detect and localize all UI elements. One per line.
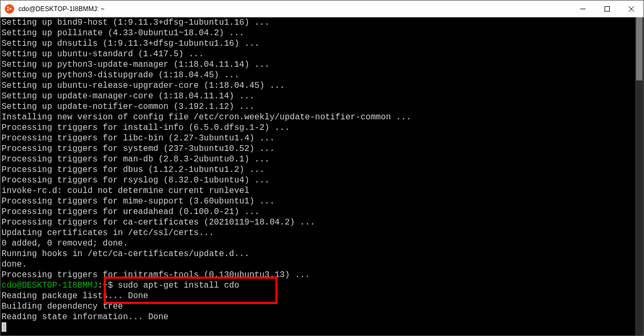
ubuntu-icon: [5, 4, 14, 14]
prompt-user-host: cdo@DESKTOP-1I8BMMJ: [2, 281, 97, 290]
terminal-line: Setting up dnsutils (1:9.11.3+dfsg-1ubun…: [2, 38, 635, 49]
scrollbar[interactable]: [635, 17, 643, 335]
prompt-sep: :: [97, 281, 103, 290]
titlebar[interactable]: cdo@DESKTOP-1I8BMMJ: ~: [1, 1, 643, 17]
terminal-line: Processing triggers for systemd (237-3ub…: [2, 144, 635, 154]
minimize-button[interactable]: [571, 1, 595, 17]
terminal-line: Processing triggers for rsyslog (8.32.0-…: [2, 175, 635, 186]
terminal-line: Setting up update-manager-core (1:18.04.…: [2, 91, 635, 101]
prompt-line[interactable]: cdo@DESKTOP-1I8BMMJ:~$ sudo apt-get inst…: [2, 280, 635, 291]
prompt-cwd: ~: [103, 281, 108, 290]
cursor-line[interactable]: [2, 322, 635, 333]
terminal-line: Installing new version of config file /e…: [2, 112, 635, 123]
terminal-line: 0 added, 0 removed; done.: [2, 238, 635, 249]
terminal-line: invoke-rc.d: could not determine current…: [2, 186, 635, 196]
terminal-output[interactable]: Setting up bind9-host (1:9.11.3+dfsg-1ub…: [1, 17, 635, 335]
app-window: cdo@DESKTOP-1I8BMMJ: ~ Setting up bind9-…: [0, 0, 644, 336]
terminal-line: Setting up ubuntu-standard (1.417.5) ...: [2, 49, 635, 59]
close-button[interactable]: [619, 1, 643, 17]
terminal-line: Setting up python3-update-manager (1:18.…: [2, 59, 635, 70]
terminal-line: Setting up update-notifier-common (3.192…: [2, 101, 635, 112]
prompt-command[interactable]: sudo apt-get install cdo: [113, 281, 239, 290]
prompt-symbol: $: [108, 281, 113, 290]
terminal-area[interactable]: Setting up bind9-host (1:9.11.3+dfsg-1ub…: [1, 17, 643, 335]
terminal-line: Processing triggers for man-db (2.8.3-2u…: [2, 154, 635, 165]
cursor: [2, 322, 6, 332]
svg-rect-0: [605, 6, 610, 11]
scrollbar-thumb[interactable]: [636, 17, 642, 80]
close-icon: [629, 6, 634, 12]
terminal-line: Running hooks in /etc/ca-certificates/up…: [2, 249, 635, 259]
terminal-line: Processing triggers for initramfs-tools …: [2, 270, 635, 280]
terminal-line: Processing triggers for install-info (6.…: [2, 123, 635, 133]
terminal-line: Processing triggers for libc-bin (2.27-3…: [2, 133, 635, 144]
terminal-line: Processing triggers for ca-certificates …: [2, 217, 635, 228]
terminal-line: Processing triggers for mime-support (3.…: [2, 196, 635, 207]
window-title: cdo@DESKTOP-1I8BMMJ: ~: [18, 5, 105, 13]
terminal-line: Reading state information... Done: [2, 312, 635, 322]
terminal-line: Updating certificates in /etc/ssl/certs.…: [2, 228, 635, 238]
terminal-line: Processing triggers for dbus (1.12.2-1ub…: [2, 165, 635, 175]
terminal-line: Setting up python3-distupgrade (1:18.04.…: [2, 70, 635, 80]
maximize-icon: [605, 6, 610, 12]
terminal-line: Setting up ubuntu-release-upgrader-core …: [2, 80, 635, 91]
terminal-line: done.: [2, 259, 635, 270]
terminal-line: Setting up bind9-host (1:9.11.3+dfsg-1ub…: [2, 17, 635, 28]
maximize-button[interactable]: [595, 1, 619, 17]
terminal-line: Building dependency tree: [2, 301, 635, 312]
terminal-line: Setting up pollinate (4.33-0ubuntu1~18.0…: [2, 28, 635, 38]
terminal-line: Processing triggers for ureadahead (0.10…: [2, 207, 635, 217]
minimize-icon: [580, 6, 586, 12]
terminal-line: Reading package lists... Done: [2, 291, 635, 301]
